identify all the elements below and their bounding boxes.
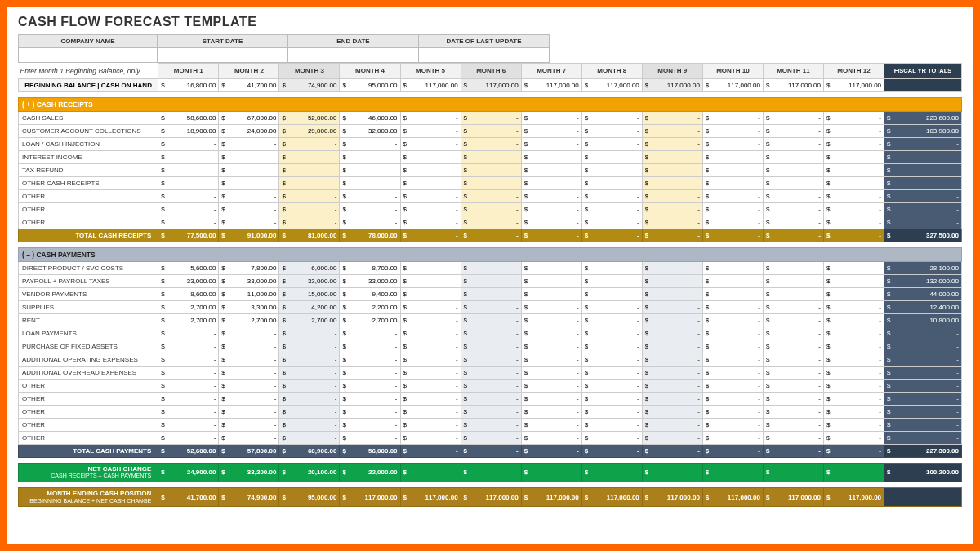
month-cell[interactable]: - bbox=[461, 261, 521, 274]
month-cell[interactable]: 117,000.00 bbox=[461, 487, 521, 506]
month-cell[interactable]: - bbox=[219, 216, 279, 229]
month-cell[interactable]: - bbox=[702, 405, 763, 418]
month-cell[interactable]: 58,600.00 bbox=[158, 111, 219, 124]
month-cell[interactable]: - bbox=[823, 431, 884, 444]
month-cell[interactable]: - bbox=[340, 431, 400, 444]
month-cell[interactable]: - bbox=[642, 287, 702, 300]
month-cell[interactable]: - bbox=[461, 216, 521, 229]
month-cell[interactable]: - bbox=[219, 379, 279, 392]
month-cell[interactable]: - bbox=[400, 444, 461, 457]
month-cell[interactable]: - bbox=[823, 216, 884, 229]
month-cell[interactable]: - bbox=[581, 444, 642, 457]
month-cell[interactable]: - bbox=[763, 274, 823, 287]
month-cell[interactable]: - bbox=[702, 216, 763, 229]
month-cell[interactable]: - bbox=[340, 327, 400, 340]
fy-cell[interactable]: 227,300.00 bbox=[884, 444, 962, 457]
fy-cell[interactable]: 223,600.00 bbox=[884, 111, 962, 124]
month-cell[interactable]: - bbox=[763, 229, 823, 242]
month-cell[interactable]: - bbox=[400, 202, 461, 216]
month-cell[interactable]: - bbox=[279, 189, 340, 202]
month-cell[interactable]: - bbox=[581, 261, 642, 274]
month-cell[interactable]: - bbox=[763, 366, 823, 379]
month-cell[interactable]: - bbox=[279, 216, 340, 229]
month-cell[interactable]: - bbox=[642, 379, 702, 392]
month-cell[interactable]: 16,800.00 bbox=[158, 78, 219, 91]
month-cell[interactable]: 117,000.00 bbox=[581, 487, 642, 506]
month-cell[interactable]: - bbox=[581, 163, 642, 176]
month-cell[interactable]: - bbox=[763, 353, 823, 366]
month-cell[interactable]: - bbox=[642, 189, 702, 202]
month-cell[interactable]: - bbox=[581, 229, 642, 242]
month-cell[interactable]: - bbox=[642, 124, 702, 137]
month-cell[interactable]: 117,000.00 bbox=[642, 78, 702, 91]
month-cell[interactable]: - bbox=[642, 431, 702, 444]
month-cell[interactable]: - bbox=[158, 392, 219, 405]
month-cell[interactable]: - bbox=[400, 176, 461, 189]
month-cell[interactable]: - bbox=[702, 327, 763, 340]
month-cell[interactable]: - bbox=[279, 379, 340, 392]
month-cell[interactable]: - bbox=[521, 444, 581, 457]
month-cell[interactable]: 15,000.00 bbox=[279, 287, 340, 300]
month-cell[interactable]: - bbox=[158, 379, 219, 392]
month-cell[interactable]: - bbox=[521, 463, 581, 482]
month-cell[interactable]: - bbox=[219, 189, 279, 202]
month-cell[interactable]: - bbox=[521, 327, 581, 340]
month-cell[interactable]: 32,000.00 bbox=[340, 124, 400, 137]
month-cell[interactable]: 117,000.00 bbox=[702, 78, 763, 91]
month-cell[interactable]: - bbox=[219, 392, 279, 405]
month-cell[interactable]: - bbox=[642, 327, 702, 340]
month-cell[interactable]: - bbox=[823, 202, 884, 216]
month-cell[interactable]: - bbox=[400, 189, 461, 202]
month-cell[interactable]: - bbox=[823, 340, 884, 353]
month-cell[interactable]: - bbox=[642, 216, 702, 229]
month-cell[interactable]: - bbox=[400, 340, 461, 353]
month-cell[interactable]: - bbox=[400, 300, 461, 313]
month-cell[interactable]: - bbox=[158, 431, 219, 444]
month-cell[interactable]: - bbox=[581, 418, 642, 431]
month-cell[interactable]: - bbox=[219, 366, 279, 379]
month-cell[interactable]: - bbox=[702, 313, 763, 327]
month-cell[interactable]: 29,000.00 bbox=[279, 124, 340, 137]
month-cell[interactable]: 52,000.00 bbox=[279, 111, 340, 124]
month-cell[interactable]: - bbox=[823, 379, 884, 392]
month-cell[interactable]: - bbox=[340, 150, 400, 163]
month-cell[interactable]: - bbox=[763, 463, 823, 482]
month-cell[interactable]: 95,000.00 bbox=[340, 78, 400, 91]
fy-cell[interactable] bbox=[884, 78, 962, 91]
month-cell[interactable]: - bbox=[521, 163, 581, 176]
month-cell[interactable]: 5,600.00 bbox=[158, 261, 219, 274]
fy-cell[interactable]: - bbox=[884, 392, 962, 405]
month-cell[interactable]: - bbox=[823, 229, 884, 242]
month-cell[interactable]: 2,700.00 bbox=[158, 313, 219, 327]
month-cell[interactable]: - bbox=[823, 353, 884, 366]
month-cell[interactable]: - bbox=[340, 366, 400, 379]
fy-cell[interactable]: 10,800.00 bbox=[884, 313, 962, 327]
month-cell[interactable]: 33,000.00 bbox=[279, 274, 340, 287]
month-cell[interactable]: 11,000.00 bbox=[219, 287, 279, 300]
month-cell[interactable]: - bbox=[158, 366, 219, 379]
month-cell[interactable]: - bbox=[340, 137, 400, 150]
month-cell[interactable]: - bbox=[340, 216, 400, 229]
month-cell[interactable]: - bbox=[340, 202, 400, 216]
month-cell[interactable]: - bbox=[702, 274, 763, 287]
fy-cell[interactable]: - bbox=[884, 340, 962, 353]
month-cell[interactable]: - bbox=[521, 392, 581, 405]
month-cell[interactable]: - bbox=[702, 340, 763, 353]
fy-cell[interactable]: - bbox=[884, 137, 962, 150]
month-cell[interactable]: - bbox=[763, 150, 823, 163]
month-cell[interactable]: 117,000.00 bbox=[763, 487, 823, 506]
month-cell[interactable]: - bbox=[763, 431, 823, 444]
fy-cell[interactable]: 44,000.00 bbox=[884, 287, 962, 300]
month-cell[interactable]: - bbox=[823, 463, 884, 482]
month-cell[interactable]: - bbox=[400, 366, 461, 379]
month-cell[interactable]: - bbox=[461, 366, 521, 379]
month-cell[interactable]: - bbox=[340, 163, 400, 176]
month-cell[interactable]: 24,000.00 bbox=[219, 124, 279, 137]
month-cell[interactable]: 9,400.00 bbox=[340, 287, 400, 300]
month-cell[interactable]: - bbox=[702, 444, 763, 457]
month-cell[interactable]: - bbox=[823, 163, 884, 176]
month-cell[interactable]: - bbox=[642, 405, 702, 418]
month-cell[interactable]: - bbox=[642, 418, 702, 431]
month-cell[interactable]: - bbox=[279, 353, 340, 366]
month-cell[interactable]: - bbox=[279, 392, 340, 405]
